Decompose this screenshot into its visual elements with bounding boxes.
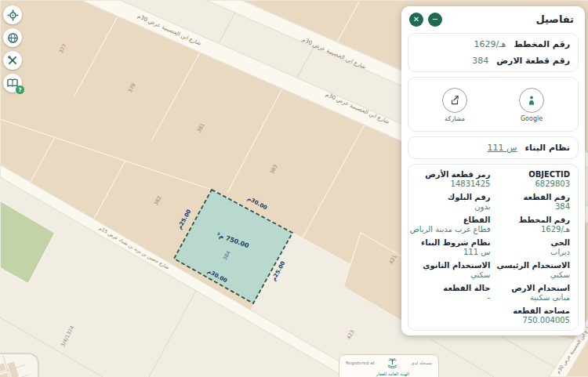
legend-help-badge: ? xyxy=(16,85,24,94)
building-system-row: نظام البناء س 111 xyxy=(416,143,570,153)
parcel-number-row: رقم قطعة الارض 384 xyxy=(416,56,570,66)
google-maps-circle xyxy=(519,88,544,113)
attr-district: الحي ديراب xyxy=(496,238,570,256)
panel-title: تفاصيل xyxy=(535,13,574,25)
attr-parcel-area: مساحة القطعة 750.004005 xyxy=(496,306,570,324)
attr-objectid: OBJECTID 6829803 xyxy=(496,170,570,188)
attr-parcel-code: رمز قطعة الأرض 14831425 xyxy=(410,170,491,188)
attr-value: 1629/هـ xyxy=(496,225,570,234)
attr-main-use: الاستخدام الرئيسي سكني xyxy=(496,261,570,279)
share-icon xyxy=(449,95,460,106)
parcel-number-value: 384 xyxy=(472,56,488,66)
tools-icon xyxy=(7,55,18,66)
watermark-en-label: Registered at xyxy=(346,361,375,365)
attr-label: القطاع xyxy=(410,216,491,224)
attr-value: قطاع غرب مدينة الرياض xyxy=(410,225,491,234)
basemap-button[interactable] xyxy=(3,28,22,47)
watermark-ar-label: مسجلة لدى xyxy=(411,361,432,365)
details-panel-header: ✕ − تفاصيل xyxy=(408,6,579,33)
locate-icon xyxy=(7,9,19,21)
attr-value: 6829803 xyxy=(496,179,570,188)
overview-inset-pattern xyxy=(0,354,38,377)
attr-land-use: استخدام الارض مباني سكنية xyxy=(496,284,570,302)
map-watermark: Registered at الهيئة العامة للعقار مسجلة… xyxy=(339,354,439,377)
map-controls: ? xyxy=(3,5,22,92)
attr-label: نظام شروط البناء xyxy=(410,238,491,247)
details-panel: ✕ − تفاصيل رقم المخطط 1629/هـ رقم قطعة ا… xyxy=(401,6,585,335)
attr-label: رقم القطعة xyxy=(496,193,570,201)
attr-plan-no: رقم المخطط 1629/هـ xyxy=(496,216,570,234)
plan-number-row: رقم المخطط 1629/هـ xyxy=(416,39,570,49)
parcel-number-label: رقم قطعة الارض xyxy=(496,56,570,66)
globe-icon xyxy=(7,32,19,44)
attr-value: بدون xyxy=(410,202,491,211)
attr-value: سكني xyxy=(496,270,570,279)
attr-value: 384 xyxy=(496,202,570,211)
attr-value: سكني xyxy=(410,270,491,279)
google-maps-icon xyxy=(526,95,537,106)
building-system-link[interactable]: س 111 xyxy=(488,143,517,153)
building-system-card: نظام البناء س 111 xyxy=(408,136,579,159)
attr-value: 14831425 xyxy=(410,179,491,188)
legend-button[interactable]: ? xyxy=(3,74,22,92)
plan-number-label: رقم المخطط xyxy=(514,39,570,49)
share-button[interactable]: مشاركة xyxy=(416,88,493,122)
share-label: مشاركة xyxy=(445,115,465,122)
attr-sector: القطاع قطاع غرب مدينة الرياض xyxy=(410,216,491,234)
attr-label: OBJECTID xyxy=(496,170,570,179)
attributes-card: OBJECTID 6829803 رمز قطعة الأرض 14831425… xyxy=(408,164,579,331)
attr-label: الاستخدام الرئيسي xyxy=(496,261,570,270)
gis-parcel-viewer: شارع ابن الحصينية عرض 30م شارع ابن الحصي… xyxy=(0,0,588,377)
locate-button[interactable] xyxy=(3,5,22,24)
attr-label: رمز قطعة الأرض xyxy=(410,170,491,179)
google-maps-label: Google xyxy=(521,115,543,122)
attr-block-no: رقم البلوك بدون xyxy=(410,193,491,211)
minimize-button[interactable]: − xyxy=(428,13,442,27)
attr-label: رقم المخطط xyxy=(496,216,570,224)
attr-label: حالة القطعة xyxy=(410,284,491,292)
actions-card: Google مشاركة xyxy=(408,77,579,132)
attr-label: الحي xyxy=(496,238,570,247)
attr-value: مباني سكنية xyxy=(496,293,570,302)
attr-parcel-no: رقم القطعة 384 xyxy=(496,193,570,211)
summary-card: رقم المخطط 1629/هـ رقم قطعة الارض 384 xyxy=(408,33,579,72)
attr-label: الاستخدام الثانوي xyxy=(410,261,491,270)
share-circle xyxy=(442,88,467,113)
plan-number-value: 1629/هـ xyxy=(474,39,506,49)
attr-label: رقم البلوك xyxy=(410,193,491,201)
attr-value: - xyxy=(410,293,491,302)
close-button[interactable]: ✕ xyxy=(409,13,423,27)
attr-label: مساحة القطعة xyxy=(496,306,570,315)
attr-value: س 111 xyxy=(410,248,491,256)
attr-value: ديراب xyxy=(496,248,570,256)
tools-button[interactable] xyxy=(3,51,22,70)
attr-secondary-use: الاستخدام الثانوي سكني xyxy=(410,261,491,279)
watermark-org-label: الهيئة العامة للعقار xyxy=(376,372,409,376)
google-maps-button[interactable]: Google xyxy=(493,88,570,122)
saudi-emblem-icon xyxy=(387,358,398,370)
building-system-label: نظام البناء xyxy=(524,143,570,153)
attr-value: 750.004005 xyxy=(496,316,570,324)
attr-parcel-status: حالة القطعة - xyxy=(410,284,491,302)
overview-inset-map[interactable] xyxy=(0,353,39,377)
attr-building-rules: نظام شروط البناء س 111 xyxy=(410,238,491,256)
attr-label: استخدام الارض xyxy=(496,284,570,292)
